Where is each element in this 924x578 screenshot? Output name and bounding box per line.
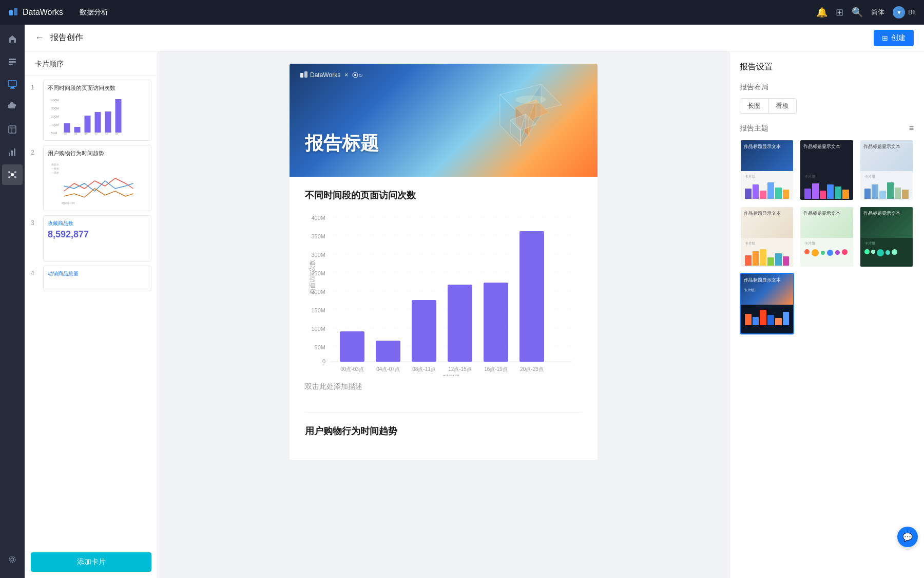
sidebar-item-home[interactable] [2, 29, 23, 49]
svg-rect-34 [95, 112, 101, 133]
report-section-chart2: 用户购物行为时间趋势 [290, 413, 598, 460]
svg-text:0: 0 [322, 358, 325, 364]
card-chart-2: 高品大 一折扣 一高价 时间段-小时 [48, 160, 147, 207]
sidebar-item-sql[interactable] [2, 51, 23, 72]
search-icon[interactable]: 🔍 [852, 7, 863, 18]
create-icon: ⊞ [882, 34, 888, 42]
user-area[interactable]: ▼ BIt [893, 6, 916, 18]
card-number-1: 1 [31, 80, 39, 141]
chart2-title: 用户购物行为时间趋势 [305, 425, 582, 437]
sidebar-item-settings[interactable] [2, 549, 23, 570]
svg-rect-2 [9, 59, 16, 60]
svg-text:页面访问次数: 页面访问次数 [309, 260, 315, 294]
theme-card-4[interactable]: 作品标题显示文本 卡片组 [740, 206, 794, 268]
svg-text:300M: 300M [311, 252, 325, 258]
theme3-body: 卡片组 [860, 171, 913, 201]
chat-button[interactable]: 💬 [897, 527, 918, 547]
theme4-title-text: 作品标题显示文本 [741, 207, 793, 220]
chart-icon [8, 147, 17, 157]
card-item-4[interactable]: 4 动销商品总量 [31, 266, 151, 291]
card-list-panel: 卡片顺序 1 不同时间段的页面访问次数 400M 300M 200M 100M [25, 51, 158, 578]
svg-rect-13 [11, 151, 13, 156]
theme-card-7[interactable]: 作品标题显示文本 卡片组 [740, 273, 794, 334]
layout-btn-kanban[interactable]: 看板 [768, 99, 796, 113]
theme-section-header: 报告主题 ≡ [740, 124, 914, 133]
svg-rect-6 [11, 87, 14, 88]
card-number-3: 3 [31, 215, 39, 262]
theme-card-6[interactable]: 作品标题显示文本 卡片组 [859, 206, 914, 268]
svg-text:16点-19点: 16点-19点 [484, 366, 508, 372]
bell-icon[interactable]: 🔔 [816, 7, 827, 18]
card-value-3: 8,592,877 [48, 229, 147, 240]
sql-icon [8, 57, 17, 66]
svg-text:时间段: 时间段 [443, 374, 460, 376]
logo-text: DataWorks [23, 8, 63, 17]
theme1-subtitle: 卡片组 [743, 173, 791, 180]
filter-icon[interactable]: ≡ [909, 124, 914, 133]
sidebar-item-table[interactable] [2, 119, 23, 140]
card-number-4: 4 [31, 266, 39, 291]
svg-text:100M: 100M [311, 326, 325, 332]
create-button[interactable]: ⊞ 创建 [874, 30, 914, 46]
add-card-button[interactable]: 添加卡片 [31, 552, 151, 572]
chart1-container[interactable]: 400M 350M 300M 250M 200M 150M 100M 50M 0 [305, 212, 582, 376]
page-title: 报告创作 [50, 32, 83, 43]
svg-rect-14 [14, 148, 15, 156]
svg-text:300M: 300M [51, 107, 59, 110]
svg-rect-3 [9, 61, 16, 63]
svg-point-24 [11, 558, 14, 561]
svg-rect-7 [10, 88, 15, 89]
theme-card-1[interactable]: 作品标题显示文本 卡片组 [740, 139, 794, 201]
panel-title: 卡片顺序 [25, 51, 158, 76]
back-button[interactable]: ← [35, 32, 44, 43]
sidebar-item-cloud[interactable] [2, 97, 23, 117]
svg-text:50M: 50M [51, 132, 57, 135]
nav-menu-data-analysis[interactable]: 数据分析 [75, 6, 112, 19]
logo-icon [8, 7, 18, 17]
theme5-title-text: 作品标题显示文本 [800, 207, 853, 220]
theme-card-3[interactable]: 作品标题显示文本 卡片组 [859, 139, 914, 201]
layout-btn-long[interactable]: 长图 [740, 99, 768, 113]
theme-card-5[interactable]: 作品标题显示文本 卡片组 [799, 206, 854, 268]
theme7-body [741, 305, 793, 334]
chart1-description[interactable]: 双击此处添加描述 [305, 382, 582, 391]
grid-icon[interactable]: ⊞ [836, 7, 843, 18]
svg-rect-0 [9, 10, 13, 15]
theme6-dots [862, 247, 911, 258]
line-chart-mini-2: 高品大 一折扣 一高价 时间段-小时 [48, 160, 147, 207]
card-preview-4: 动销商品总量 [43, 266, 151, 291]
theme6-subtitle: 卡片组 [862, 240, 911, 247]
logo: DataWorks [8, 7, 63, 17]
svg-text:04: 04 [74, 133, 78, 136]
sub-header: ← 报告创作 ⊞ 创建 [25, 25, 924, 51]
sidebar-item-chart[interactable] [2, 142, 23, 162]
theme4-body: 卡片组 [741, 238, 793, 268]
sidebar-item-network[interactable] [2, 164, 23, 185]
theme-card-2[interactable]: 作品标题显示文本 卡片组 [799, 139, 854, 201]
theme4-bars [743, 247, 791, 268]
svg-rect-87 [519, 231, 544, 362]
theme5-header: 作品标题显示文本 [800, 207, 853, 238]
svg-text:00: 00 [64, 133, 67, 136]
card-item-1[interactable]: 1 不同时间段的页面访问次数 400M 300M 200M 100M 50M [31, 80, 151, 141]
user-avatar: ▼ [893, 6, 905, 18]
theme2-subtitle: 卡片组 [802, 173, 851, 180]
language-selector[interactable]: 简体 [871, 8, 884, 17]
card-chart-1: 400M 300M 200M 100M 50M [48, 95, 147, 136]
theme7-title-text: 作品标题显示文本 [741, 274, 793, 287]
settings-icon [8, 555, 17, 564]
card-item-2[interactable]: 2 用户购物行为时间趋势 高品大 一折扣 一高价 时间段-小时 [31, 145, 151, 211]
svg-text:200M: 200M [51, 115, 59, 118]
sidebar-item-monitor[interactable] [2, 74, 23, 95]
card-item-3[interactable]: 3 收藏商品数 8,592,877 [31, 215, 151, 262]
datav-logo-icon: CAR [352, 72, 362, 78]
cloud-icon [8, 102, 17, 111]
svg-rect-33 [85, 116, 91, 133]
svg-text:400M: 400M [51, 99, 59, 102]
svg-text:00点-03点: 00点-03点 [340, 366, 364, 372]
card-label-3: 收藏商品数 [48, 220, 147, 227]
report-hero[interactable]: DataWorks × CAR 报告标题 [290, 64, 598, 177]
top-navigation: DataWorks 数据分析 🔔 ⊞ 🔍 简体 ▼ BIt [0, 0, 924, 25]
svg-text:350M: 350M [311, 233, 325, 239]
monitor-icon [8, 80, 17, 89]
